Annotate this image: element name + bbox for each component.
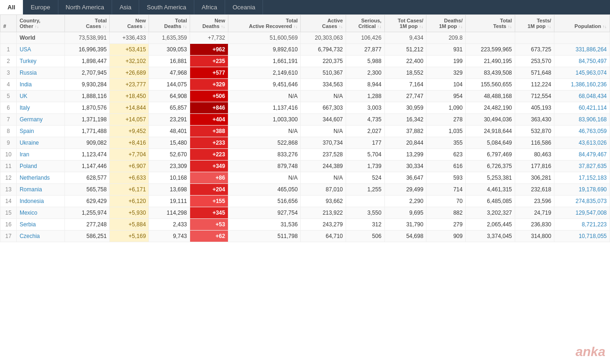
- cell-total-tests: 223,599,965: [466, 44, 515, 56]
- cell-country[interactable]: Poland: [16, 161, 64, 172]
- cell-tests-1m: 112,224: [515, 79, 554, 91]
- col-total-cases[interactable]: TotalCases ↑↓: [64, 15, 110, 32]
- cell-rank: 5: [0, 91, 17, 102]
- cell-new-deaths: +233: [190, 137, 228, 149]
- tab-europe[interactable]: Europe: [23, 0, 58, 14]
- cell-total-cases: 1,123,474: [64, 149, 110, 161]
- cell-total-tests: 5,253,381: [466, 172, 515, 184]
- table-row: 15 Mexico 1,255,974 +5,930 114,298 +345 …: [0, 207, 610, 219]
- cell-total-tests: 6,797,469: [466, 149, 515, 161]
- cell-total-deaths: 309,053: [149, 44, 190, 56]
- cell-rank: 6: [0, 102, 17, 114]
- cell-total-tests: 83,439,508: [466, 67, 515, 79]
- col-new-cases[interactable]: NewCases ↓: [110, 15, 149, 32]
- cell-country[interactable]: Germany: [16, 114, 64, 126]
- table-row: 12 Netherlands 628,577 +6,633 10,168 +86…: [0, 172, 610, 184]
- cell-new-deaths: +62: [190, 231, 228, 242]
- cell-country[interactable]: Russia: [16, 67, 64, 79]
- tab-oceania[interactable]: Oceania: [225, 0, 263, 14]
- cell-total-recovered: 511,798: [228, 231, 300, 242]
- cell-total-cases: 277,248: [64, 219, 110, 231]
- cell-country[interactable]: Romania: [16, 184, 64, 196]
- cell-rank: 15: [0, 207, 17, 219]
- cell-total-cases: 2,707,945: [64, 67, 110, 79]
- col-rank[interactable]: #: [0, 15, 17, 32]
- cell-total-recovered: 2,149,610: [228, 67, 300, 79]
- cell-total-tests: 21,490,195: [466, 56, 515, 67]
- cell-new-deaths: +53: [190, 219, 228, 231]
- cell-country[interactable]: Turkey: [16, 56, 64, 67]
- cell-new-cases: +26,689: [110, 67, 149, 79]
- cell-country[interactable]: Serbia: [16, 219, 64, 231]
- world-total-recovered: 51,600,569: [228, 32, 300, 44]
- cell-deaths-1m: 623: [426, 149, 466, 161]
- cell-country[interactable]: Netherlands: [16, 172, 64, 184]
- tab-north-america[interactable]: North America: [58, 0, 112, 14]
- cell-serious: 312: [346, 219, 385, 231]
- col-deaths-1m[interactable]: Deaths/1M pop ↑↓: [426, 15, 466, 32]
- cell-country[interactable]: Czechia: [16, 231, 64, 242]
- cell-active-cases: 6,794,732: [301, 44, 346, 56]
- col-serious[interactable]: Serious,Critical ↑↓: [346, 15, 385, 32]
- col-new-deaths[interactable]: NewDeaths ↑↓: [190, 15, 228, 32]
- tab-all[interactable]: All: [0, 0, 23, 14]
- cell-country[interactable]: Mexico: [16, 207, 64, 219]
- col-tests-1m[interactable]: Tests/1M pop ↑↓: [515, 15, 554, 32]
- data-table-container: # Country,Other ↑↓ TotalCases ↑↓ NewCase…: [0, 14, 610, 242]
- cell-country[interactable]: Ukraine: [16, 137, 64, 149]
- cell-total-deaths: 19,111: [149, 196, 190, 207]
- cell-total-recovered: 1,137,416: [228, 102, 300, 114]
- tab-asia[interactable]: Asia: [112, 0, 139, 14]
- col-country[interactable]: Country,Other ↑↓: [16, 15, 64, 32]
- table-row: 6 Italy 1,870,576 +14,844 65,857 +846 1,…: [0, 102, 610, 114]
- cell-new-deaths: +404: [190, 114, 228, 126]
- cell-country[interactable]: Spain: [16, 126, 64, 137]
- cell-total-tests: 4,461,315: [466, 184, 515, 196]
- cell-total-tests: 48,488,168: [466, 91, 515, 102]
- cell-country[interactable]: Indonesia: [16, 196, 64, 207]
- col-total-recovered[interactable]: TotalActive Recovered ↑↓: [228, 15, 300, 32]
- cell-population: 274,835,073: [554, 196, 610, 207]
- cell-country[interactable]: USA: [16, 44, 64, 56]
- cell-serious: 3,003: [346, 102, 385, 114]
- cell-total-tests: 6,485,085: [466, 196, 515, 207]
- world-serious: 106,426: [346, 32, 385, 44]
- col-total-tests[interactable]: TotalTests ↑↓: [466, 15, 515, 32]
- cell-total-tests: 24,918,644: [466, 126, 515, 137]
- cell-deaths-1m: 616: [426, 161, 466, 172]
- cell-active-cases: 93,662: [301, 196, 346, 207]
- tab-south-america[interactable]: South America: [139, 0, 194, 14]
- cell-total-deaths: 47,968: [149, 67, 190, 79]
- cell-active-cases: 244,389: [301, 161, 346, 172]
- cell-country[interactable]: Iran: [16, 149, 64, 161]
- col-total-deaths[interactable]: TotalDeaths ↑↓: [149, 15, 190, 32]
- cell-tests-1m: 673,725: [515, 44, 554, 56]
- cell-active-cases: 220,375: [301, 56, 346, 67]
- cell-population: 8,721,223: [554, 219, 610, 231]
- cell-rank: 11: [0, 161, 17, 172]
- cell-total-deaths: 23,309: [149, 161, 190, 172]
- cell-total-cases: 1,898,447: [64, 56, 110, 67]
- cell-active-cases: N/A: [301, 126, 346, 137]
- table-row: 2 Turkey 1,898,447 +32,102 16,881 +235 1…: [0, 56, 610, 67]
- world-row: World 73,538,991 +336,433 1,635,359 +7,7…: [0, 32, 610, 44]
- col-active-cases[interactable]: ActiveCases ↑↓: [301, 15, 346, 32]
- cell-active-cases: 370,734: [301, 137, 346, 149]
- cell-population: 68,048,434: [554, 91, 610, 102]
- cell-country[interactable]: India: [16, 79, 64, 91]
- cell-population: 84,750,497: [554, 56, 610, 67]
- cell-total-recovered: 1,003,300: [228, 114, 300, 126]
- cell-country[interactable]: UK: [16, 91, 64, 102]
- tab-africa[interactable]: Africa: [194, 0, 225, 14]
- cell-population: 84,479,467: [554, 149, 610, 161]
- table-row: 7 Germany 1,371,198 +14,057 23,291 +404 …: [0, 114, 610, 126]
- table-row: 3 Russia 2,707,945 +26,689 47,968 +577 2…: [0, 67, 610, 79]
- cell-new-cases: +8,416: [110, 137, 149, 149]
- cell-new-cases: +5,930: [110, 207, 149, 219]
- cell-total-deaths: 144,075: [149, 79, 190, 91]
- cell-total-cases: 629,429: [64, 196, 110, 207]
- col-population[interactable]: Population ↑↓: [554, 15, 610, 32]
- cell-country[interactable]: Italy: [16, 102, 64, 114]
- cell-population: 331,886,264: [554, 44, 610, 56]
- col-tot-cases-1m[interactable]: Tot Cases/1M pop ↑↓: [384, 15, 426, 32]
